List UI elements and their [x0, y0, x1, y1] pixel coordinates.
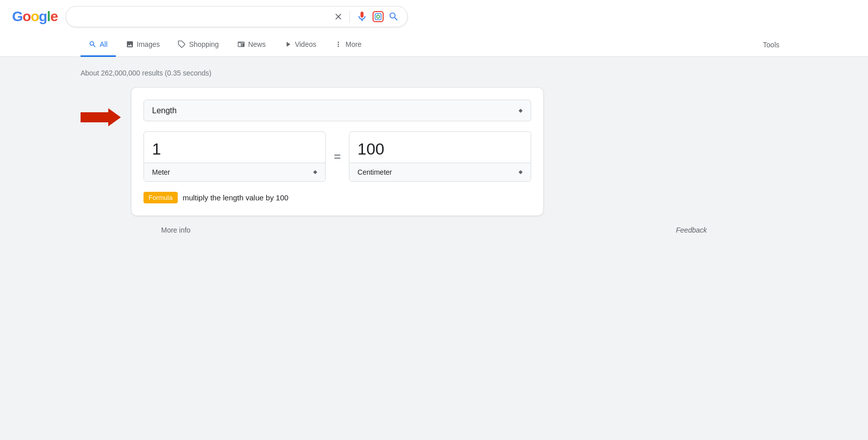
search-bar-actions: [333, 11, 399, 23]
logo-letter-l: l: [47, 9, 50, 24]
mic-icon[interactable]: [356, 11, 368, 23]
header: Google unit converter: [0, 0, 868, 33]
widget-wrapper: Length Area Volume Weight Temperature Ti…: [81, 87, 787, 216]
search-tab-icon: [89, 40, 97, 48]
tab-images[interactable]: Images: [118, 33, 168, 57]
tab-more[interactable]: More: [326, 33, 370, 57]
tools-tab[interactable]: Tools: [755, 34, 787, 56]
logo-letter-o1: o: [23, 9, 31, 24]
news-tab-icon: [237, 40, 245, 48]
tab-all-label: All: [100, 40, 108, 48]
more-tab-icon: [334, 40, 342, 48]
tab-shopping[interactable]: Shopping: [170, 33, 227, 57]
main-content: About 262,000,000 results (0.35 seconds)…: [0, 57, 868, 359]
more-info-link[interactable]: More info: [161, 226, 190, 234]
to-unit-select[interactable]: Centimeter Meter Kilometer Millimeter Mi…: [349, 163, 531, 181]
from-box: 1 Meter Kilometer Centimeter Millimeter …: [143, 131, 326, 182]
tab-all[interactable]: All: [81, 33, 116, 57]
formula-text: multiply the length value by 100: [183, 193, 288, 202]
clear-icon[interactable]: [333, 12, 343, 22]
to-value[interactable]: 100: [349, 132, 531, 163]
search-bar: unit converter: [65, 6, 408, 27]
shopping-tab-icon: [178, 40, 186, 48]
red-arrow-icon: [81, 107, 121, 127]
tools-label: Tools: [763, 41, 779, 49]
equals-sign: =: [334, 150, 341, 164]
results-info: About 262,000,000 results (0.35 seconds): [81, 65, 787, 77]
tab-more-label: More: [345, 40, 361, 48]
lens-icon[interactable]: [372, 11, 384, 23]
nav-tabs: All Images Shopping News Videos More: [0, 33, 868, 57]
images-tab-icon: [126, 40, 134, 48]
arrow-indicator: [81, 107, 121, 127]
logo-letter-g: G: [12, 9, 23, 24]
tab-videos[interactable]: Videos: [276, 33, 325, 57]
converter-row: 1 Meter Kilometer Centimeter Millimeter …: [143, 131, 531, 182]
logo-letter-o2: o: [31, 9, 39, 24]
tab-shopping-label: Shopping: [189, 40, 219, 48]
formula-row: Formula multiply the length value by 100: [143, 192, 531, 203]
google-logo[interactable]: Google: [12, 9, 57, 25]
footer-row: More info Feedback: [81, 220, 787, 240]
tab-videos-label: Videos: [295, 40, 317, 48]
to-box: 100 Centimeter Meter Kilometer Millimete…: [349, 131, 531, 182]
search-input[interactable]: unit converter: [74, 12, 329, 21]
svg-rect-0: [373, 12, 383, 22]
unit-type-select[interactable]: Length Area Volume Weight Temperature Ti…: [143, 100, 531, 121]
tab-news[interactable]: News: [229, 33, 274, 57]
formula-badge: Formula: [143, 192, 178, 203]
search-submit-icon[interactable]: [388, 11, 399, 22]
from-value[interactable]: 1: [144, 132, 325, 163]
from-unit-select[interactable]: Meter Kilometer Centimeter Millimeter Mi…: [144, 163, 325, 181]
logo-letter-e: e: [50, 9, 58, 24]
feedback-link[interactable]: Feedback: [676, 226, 707, 234]
unit-converter-widget: Length Area Volume Weight Temperature Ti…: [131, 87, 544, 216]
videos-tab-icon: [284, 40, 292, 48]
tab-images-label: Images: [137, 40, 160, 48]
svg-marker-4: [81, 108, 121, 126]
svg-point-2: [377, 15, 380, 18]
search-divider: [349, 11, 350, 23]
svg-rect-1: [375, 14, 381, 20]
logo-letter-g2: g: [39, 9, 47, 24]
tab-news-label: News: [248, 40, 266, 48]
